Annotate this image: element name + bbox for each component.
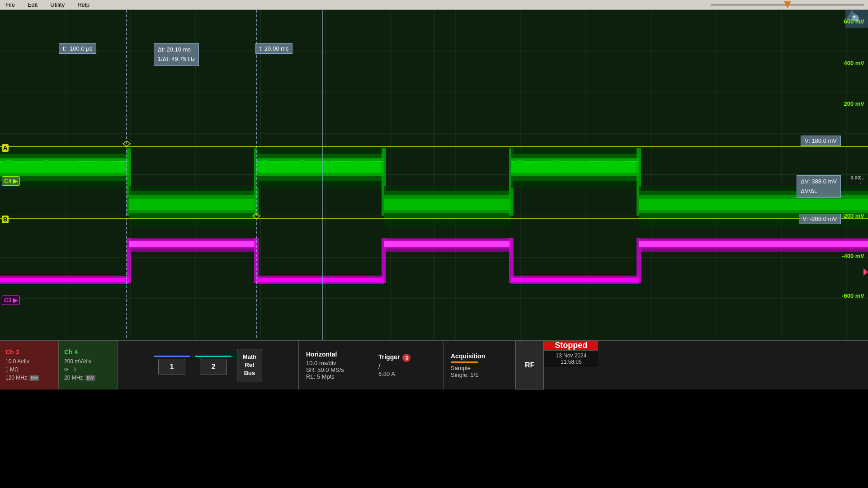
- stopped-area: Stopped 13 Nov 2024 11:58:05: [544, 341, 598, 389]
- svg-rect-42: [0, 161, 129, 173]
- cursor-vb-readout: V: -208.0 mV: [799, 214, 841, 224]
- svg-rect-47: [129, 199, 256, 210]
- cursor-va-readout: V: 180.0 mV: [801, 136, 841, 146]
- menu-edit[interactable]: Edit: [26, 0, 39, 9]
- freq-label: 1/Δt: 49.75 Hz: [158, 55, 195, 64]
- stopped-button[interactable]: Stopped: [544, 341, 598, 350]
- svg-rect-83: [511, 278, 639, 282]
- volt-label-n600mv: -600 mV: [842, 292, 864, 299]
- bottom-panel: Ch 3 10.0 A/div 1 MΩ 120 MHz BW Ch 4 200…: [0, 340, 868, 389]
- wave-btn-1[interactable]: 1: [158, 359, 185, 375]
- ch4-bandwidth: 20 MHz BW: [64, 374, 112, 382]
- svg-rect-80: [384, 241, 511, 247]
- trigger-value: 6.80 A: [378, 371, 436, 377]
- svg-rect-62: [511, 161, 639, 173]
- waveform-select-area: 1 2 Math Ref Bus: [118, 341, 298, 389]
- trigger-line: [711, 5, 864, 5]
- acquisition-line: [451, 361, 478, 363]
- trigger-panel: Trigger 3 / 6.80 A: [371, 341, 443, 389]
- ch4-marker: C4 ▶: [2, 176, 20, 186]
- horizontal-panel: Horizontal 10.0 ms/div SR: 50.0 MS/s RL:…: [298, 341, 371, 389]
- ch4-bw-badge: BW: [85, 375, 95, 381]
- ch3-volts-div: 10.0 A/div: [5, 357, 53, 366]
- acquisition-panel: Acquisition Sample Single: 1/1: [443, 341, 515, 389]
- time-display: 11:58:05: [547, 359, 594, 365]
- trigger-indicator: [711, 5, 864, 5]
- trigger-title-row: Trigger 3: [378, 353, 436, 362]
- volt-label-200mv: 200 mV: [844, 100, 864, 107]
- rf-button[interactable]: RF: [515, 341, 544, 389]
- volt-label-400mv: 400 mV: [844, 60, 864, 66]
- wave-btn-2[interactable]: 2: [200, 359, 227, 375]
- ch1-wave-line: [154, 356, 190, 357]
- horizontal-sr: SR: 50.0 MS/s: [306, 366, 363, 373]
- svg-rect-87: [639, 241, 868, 247]
- delta-t-label: Δt: 20.10 ms: [158, 45, 195, 55]
- ch3-info-panel: Ch 3 10.0 A/div 1 MΩ 120 MHz BW: [0, 341, 59, 389]
- ch4-volts-div: 200 mV/div: [64, 357, 112, 366]
- menu-help[interactable]: Help: [75, 0, 91, 9]
- more-options-dots[interactable]: ⋮: [854, 172, 867, 187]
- scope-grid: 🔍: [0, 10, 868, 340]
- cursor-a-marker: A: [2, 144, 9, 152]
- svg-rect-76: [256, 278, 384, 282]
- acquisition-mode: Sample: [451, 365, 508, 371]
- acquisition-title: Acquisition: [451, 352, 508, 360]
- horizontal-time-div: 10.0 ms/div: [306, 360, 363, 366]
- trigger-badge: 3: [402, 354, 410, 362]
- cursor-b-marker: B: [2, 216, 9, 223]
- volt-label-n200mv: -200 mV: [842, 212, 864, 219]
- trigger-marker: [784, 1, 791, 9]
- menu-file[interactable]: File: [4, 0, 17, 9]
- ch4-info-panel: Ch 4 200 mV/div ⟳ ⌇ 20 MHz BW: [59, 341, 118, 389]
- datetime-display: 13 Nov 2024 11:58:05: [544, 350, 598, 367]
- horizontal-rl: RL: 5 Mpts: [306, 373, 363, 380]
- wave-buttons-row: 1 2 Math Ref Bus: [154, 349, 262, 382]
- ch2-wave-line: [195, 356, 231, 357]
- acquisition-single: Single: 1/1: [451, 371, 508, 378]
- ch3-label: Ch 3: [5, 348, 53, 356]
- trigger-slope: /: [378, 362, 436, 371]
- trigger-title: Trigger: [378, 353, 400, 361]
- svg-rect-69: [0, 278, 129, 282]
- scope-display: 🔍 600 mV 400 mV 200 mV 0.00... -200 mV -…: [0, 10, 868, 340]
- horizontal-title: Horizontal: [306, 351, 363, 358]
- cursor-delta-readout: Δt: 20.10 ms 1/Δt: 49.75 Hz: [154, 43, 199, 66]
- volt-label-600mv: 600 mV: [844, 18, 864, 25]
- cursor-t2-readout: t: 20.00 ms: [255, 43, 292, 54]
- svg-rect-57: [384, 199, 511, 210]
- cursor-t1-readout: t: -100.0 µs: [59, 43, 96, 54]
- svg-rect-73: [129, 241, 256, 247]
- delta-v-dt-label: ΔV/Δt:: [801, 187, 837, 196]
- ch3-bandwidth: 120 MHz BW: [5, 374, 53, 382]
- ch3-marker: C3 ▶: [2, 296, 20, 305]
- ch4-symbols: ⟳ ⌇: [64, 366, 112, 374]
- cursor-deltav-readout: ΔV: 388.0 mV ΔV/Δt:: [797, 175, 841, 198]
- ch4-label: Ch 4: [64, 348, 112, 356]
- ch3-impedance: 1 MΩ: [5, 366, 53, 374]
- ch3-bw-badge: BW: [29, 375, 39, 381]
- volt-label-n400mv: -400 mV: [842, 253, 864, 259]
- math-ref-bus-button[interactable]: Math Ref Bus: [237, 349, 262, 382]
- svg-rect-52: [256, 161, 384, 173]
- svg-rect-67: [639, 199, 868, 210]
- delta-v-label: ΔV: 388.0 mV: [801, 177, 837, 187]
- date-display: 13 Nov 2024: [547, 352, 594, 359]
- menubar: File Edit Utility Help: [0, 0, 868, 10]
- menu-utility[interactable]: Utility: [48, 0, 66, 9]
